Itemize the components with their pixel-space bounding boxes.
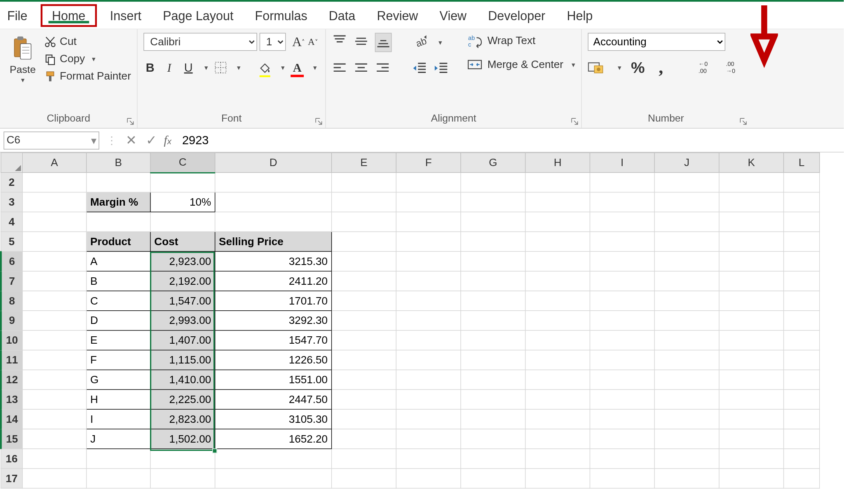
cell-D12[interactable]: 1551.00 bbox=[215, 370, 332, 389]
cell-F12[interactable] bbox=[396, 370, 461, 389]
cell-K17[interactable] bbox=[719, 469, 784, 488]
format-painter-button[interactable]: Format Painter bbox=[44, 70, 131, 82]
cell-F13[interactable] bbox=[396, 389, 461, 409]
merge-center-button[interactable]: Merge & Center▾ bbox=[467, 57, 575, 73]
cell-C4[interactable] bbox=[150, 212, 215, 232]
row-header[interactable]: 5 bbox=[1, 232, 22, 251]
cell-G5[interactable] bbox=[461, 232, 525, 251]
worksheet-grid[interactable]: A B C D E F G H I J K L 23Margin %10%45P… bbox=[0, 152, 844, 488]
cell-F16[interactable] bbox=[396, 449, 461, 469]
chevron-down-icon[interactable]: ▾ bbox=[281, 63, 285, 72]
cell-D9[interactable]: 3292.30 bbox=[215, 311, 332, 331]
chevron-down-icon[interactable]: ▾ bbox=[6, 76, 40, 84]
cell-J10[interactable] bbox=[654, 331, 719, 350]
cell-I13[interactable] bbox=[590, 389, 654, 409]
cell-E10[interactable] bbox=[332, 331, 396, 350]
cell-J12[interactable] bbox=[654, 370, 719, 389]
cell-A8[interactable] bbox=[22, 291, 86, 311]
cell-H11[interactable] bbox=[525, 350, 590, 370]
tab-home[interactable]: Home bbox=[40, 4, 96, 26]
cell-J3[interactable] bbox=[654, 192, 719, 212]
cell-H7[interactable] bbox=[525, 271, 590, 291]
cell-G2[interactable] bbox=[461, 173, 525, 192]
cell-K6[interactable] bbox=[719, 251, 784, 271]
cell-K7[interactable] bbox=[719, 271, 784, 291]
cell-J14[interactable] bbox=[654, 409, 719, 429]
decrease-indent-button[interactable] bbox=[412, 61, 428, 79]
cell-I9[interactable] bbox=[590, 311, 654, 331]
cell-E11[interactable] bbox=[332, 350, 396, 370]
cell-G13[interactable] bbox=[461, 389, 525, 409]
column-header[interactable]: D bbox=[215, 153, 332, 173]
cell-A13[interactable] bbox=[22, 389, 86, 409]
row-header[interactable]: 11 bbox=[1, 350, 22, 370]
cell-I4[interactable] bbox=[590, 212, 654, 232]
column-header[interactable]: I bbox=[590, 153, 654, 173]
row-header[interactable]: 7 bbox=[1, 271, 22, 291]
cell-E12[interactable] bbox=[332, 370, 396, 389]
cell-F11[interactable] bbox=[396, 350, 461, 370]
decrease-font-button[interactable]: A˅ bbox=[306, 33, 319, 50]
cell-L15[interactable] bbox=[784, 429, 820, 449]
cell-K8[interactable] bbox=[719, 291, 784, 311]
tab-help[interactable]: Help bbox=[556, 4, 603, 26]
chevron-down-icon[interactable]: ▾ bbox=[438, 38, 442, 47]
cell-C2[interactable] bbox=[150, 173, 215, 192]
cell-C8[interactable]: 1,547.00 bbox=[150, 291, 215, 311]
dialog-launcher-icon[interactable] bbox=[126, 117, 134, 125]
cell-D8[interactable]: 1701.70 bbox=[215, 291, 332, 311]
cell-I17[interactable] bbox=[590, 469, 654, 488]
cell-A16[interactable] bbox=[22, 449, 86, 469]
cell-H9[interactable] bbox=[525, 311, 590, 331]
column-header[interactable]: L bbox=[784, 153, 820, 173]
row-header[interactable]: 9 bbox=[1, 311, 22, 331]
row-header[interactable]: 13 bbox=[1, 389, 22, 409]
cell-J11[interactable] bbox=[654, 350, 719, 370]
cell-K11[interactable] bbox=[719, 350, 784, 370]
select-all-button[interactable] bbox=[1, 153, 22, 173]
row-header[interactable]: 3 bbox=[1, 192, 22, 212]
cell-I5[interactable] bbox=[590, 232, 654, 251]
cell-E5[interactable] bbox=[332, 232, 396, 251]
align-top-button[interactable] bbox=[332, 33, 347, 52]
cell-C11[interactable]: 1,115.00 bbox=[150, 350, 215, 370]
cell-I8[interactable] bbox=[590, 291, 654, 311]
cell-H13[interactable] bbox=[525, 389, 590, 409]
cell-A15[interactable] bbox=[22, 429, 86, 449]
cell-B16[interactable] bbox=[87, 449, 150, 469]
cell-C5[interactable]: Cost bbox=[150, 232, 215, 251]
cell-C15[interactable]: 1,502.00 bbox=[150, 429, 215, 449]
cell-C12[interactable]: 1,410.00 bbox=[150, 370, 215, 389]
cell-B3[interactable]: Margin % bbox=[87, 192, 150, 212]
comma-style-button[interactable]: , bbox=[654, 59, 668, 76]
align-bottom-button[interactable] bbox=[375, 33, 392, 52]
cell-K2[interactable] bbox=[719, 173, 784, 192]
cell-H3[interactable] bbox=[525, 192, 590, 212]
cell-L5[interactable] bbox=[784, 232, 820, 251]
cell-D14[interactable]: 3105.30 bbox=[215, 409, 332, 429]
cell-E14[interactable] bbox=[332, 409, 396, 429]
cell-E6[interactable] bbox=[332, 251, 396, 271]
cancel-formula-button[interactable]: ✕ bbox=[121, 132, 141, 148]
cell-F9[interactable] bbox=[396, 311, 461, 331]
cell-G10[interactable] bbox=[461, 331, 525, 350]
increase-font-button[interactable]: A˄ bbox=[292, 33, 305, 50]
align-left-button[interactable] bbox=[332, 61, 347, 79]
cell-E17[interactable] bbox=[332, 469, 396, 488]
row-header[interactable]: 4 bbox=[1, 212, 22, 232]
cell-H16[interactable] bbox=[525, 449, 590, 469]
align-center-button[interactable] bbox=[354, 61, 369, 79]
cell-H6[interactable] bbox=[525, 251, 590, 271]
cell-D10[interactable]: 1547.70 bbox=[215, 331, 332, 350]
cell-E13[interactable] bbox=[332, 389, 396, 409]
cell-C3[interactable]: 10% bbox=[150, 192, 215, 212]
chevron-down-icon[interactable]: ▾ bbox=[237, 63, 241, 72]
chevron-down-icon[interactable]: ▾ bbox=[313, 63, 317, 72]
cell-G12[interactable] bbox=[461, 370, 525, 389]
cell-F3[interactable] bbox=[396, 192, 461, 212]
align-right-button[interactable] bbox=[375, 61, 391, 79]
cell-A4[interactable] bbox=[22, 212, 86, 232]
cell-L17[interactable] bbox=[784, 469, 820, 488]
cell-A14[interactable] bbox=[22, 409, 86, 429]
cell-A10[interactable] bbox=[22, 331, 86, 350]
